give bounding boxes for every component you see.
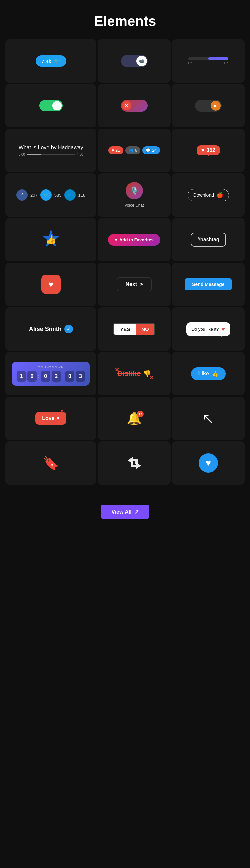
cell-cursor: ↖ <box>172 397 245 440</box>
countdown-label: COUNTDOWN <box>17 366 85 369</box>
heart-circle-button[interactable]: ♥ <box>199 453 218 473</box>
heart-stat[interactable]: ♥ 21 <box>108 146 123 154</box>
cell-heart-red: ♥ <box>5 263 96 306</box>
cell-voice-chat: 🎙️ Voice Chat <box>98 173 170 217</box>
video-toggle[interactable]: 📹 <box>121 55 148 67</box>
cell-yes-no: YES NO <box>98 307 170 351</box>
tg-count: 118 <box>78 193 86 198</box>
heart-red-button[interactable]: ♥ <box>41 275 61 294</box>
yes-no-toggle: YES NO <box>113 323 155 335</box>
love-label: Love <box>42 415 54 421</box>
add-favorites-button[interactable]: ♥ Add to Favorites <box>108 234 160 246</box>
cell-send-message: Send Message <box>172 263 245 306</box>
cell-social-stats: ♥ 21 👥 6 💬 24 <box>98 129 170 172</box>
countdown-digits: 1 0 : 0 2 : 0 3 <box>17 371 85 382</box>
cell-social-share: f 207 🐦 585 ✈ 118 <box>5 173 96 217</box>
verified-badge: ✓ <box>64 325 73 333</box>
download-label: Download <box>193 192 214 198</box>
song-progress: 0:00 4:30 <box>19 153 83 156</box>
retweet-icon[interactable] <box>126 456 143 470</box>
view-all-label: View All <box>111 509 131 515</box>
x-mark-top-left: ✕ <box>115 367 119 373</box>
play-toggle[interactable]: ▶ <box>195 100 222 112</box>
page-title: Elements <box>0 0 250 39</box>
like-count-badge[interactable]: ♥ 352 <box>197 145 220 155</box>
play-button-icon[interactable]: ▶ <box>211 101 221 111</box>
like-heart-icon: ♥ <box>201 147 205 153</box>
love-heart-icon: ♥ <box>57 415 60 421</box>
cell-hashtag: #hashtag <box>172 218 245 261</box>
like-label: Like <box>198 371 209 377</box>
social-stats: ♥ 21 👥 6 💬 24 <box>108 146 160 154</box>
x-mark-bottom-right: ✕ <box>149 374 154 381</box>
song-progress-fill <box>27 154 41 155</box>
do-you-like-tooltip: Do you like it? ♥ <box>186 322 230 336</box>
users-stat[interactable]: 👥 6 <box>125 146 140 154</box>
cell-countdown: COUNTDOWN 1 0 : 0 2 : 0 3 <box>5 352 96 395</box>
digit-4: 2 <box>52 371 61 382</box>
cell-bookmark: 🔖 <box>5 441 96 485</box>
bookmark-icon[interactable]: 🔖 <box>43 455 59 471</box>
chat-stat[interactable]: 💬 24 <box>142 146 160 154</box>
countdown-widget: COUNTDOWN 1 0 : 0 2 : 0 3 <box>12 362 90 386</box>
cell-song-info: What is Love by Haddaway 0:00 4:30 <box>5 129 96 172</box>
digit-5: 0 <box>65 371 74 382</box>
cell-heart-circle: ♥ <box>172 441 245 485</box>
heart-count: 21 <box>115 148 120 153</box>
cancel-x-button[interactable]: ✕ <box>122 101 131 110</box>
yes-button[interactable]: YES <box>114 324 136 335</box>
user-verified: Alise Smith ✓ <box>29 325 73 333</box>
green-toggle[interactable] <box>39 100 63 111</box>
cell-bell: 🔔 17 <box>98 397 170 440</box>
cell-add-favorites: ♥ Add to Favorites <box>98 218 170 261</box>
digit-1: 1 <box>17 371 26 382</box>
digit-2: 0 <box>27 371 37 382</box>
bell-notification[interactable]: 🔔 17 <box>127 411 142 425</box>
song-info: What is Love by Haddaway 0:00 4:30 <box>19 145 83 156</box>
users-icon: 👥 <box>129 148 134 153</box>
like-button[interactable]: Like 👍 <box>191 367 226 380</box>
telegram-button[interactable]: ✈ <box>64 189 76 201</box>
cell-download: Download 🍎 <box>172 173 245 217</box>
voice-chat: 🎙️ Voice Chat <box>124 182 144 208</box>
add-fav-label: Add to Favorites <box>119 237 154 242</box>
users-count: 6 <box>135 148 137 153</box>
cell-thumbs-badge: 👍 <box>5 218 96 261</box>
next-button[interactable]: Next > <box>117 277 151 291</box>
green-toggle-knob <box>52 101 62 110</box>
download-button[interactable]: Download 🍎 <box>188 189 229 202</box>
twitter-share-button[interactable]: 🐦 <box>40 189 52 201</box>
voice-chat-label: Voice Chat <box>124 203 144 208</box>
like-count-value: 352 <box>206 147 215 153</box>
send-message-button[interactable]: Send Message <box>185 278 232 290</box>
cancel-toggle[interactable]: ✕ <box>121 100 148 112</box>
no-button[interactable]: NO <box>136 324 154 335</box>
heart-icon: ♥ <box>112 148 114 153</box>
cell-like-count: ♥ 352 <box>172 129 245 172</box>
thumbs-up-icon: 👍 <box>40 228 62 251</box>
twitter-button[interactable]: 7.4k 🐦 <box>36 55 66 67</box>
dislike-button[interactable]: ✕ Dislike 👎 ✕ <box>117 369 151 378</box>
tooltip-heart-icon: ♥ <box>221 326 225 333</box>
slider-bar[interactable] <box>188 57 228 60</box>
next-chevron: > <box>140 281 143 287</box>
cell-love: ♥ Love ♥ <box>5 397 96 440</box>
hashtag-button[interactable]: #hashtag <box>191 232 226 247</box>
view-all-button[interactable]: View All ↗ <box>101 505 149 519</box>
microphone-button[interactable]: 🎙️ <box>126 182 143 199</box>
chat-icon: 💬 <box>146 148 151 153</box>
tw-count: 585 <box>54 193 62 198</box>
digit-6: 3 <box>76 371 85 382</box>
facebook-button[interactable]: f <box>16 189 28 201</box>
slider-label-on: On <box>224 61 228 65</box>
love-button[interactable]: ♥ Love ♥ <box>35 412 66 425</box>
song-title-rest: by Haddaway <box>51 145 83 150</box>
cell-next: Next > <box>98 263 170 306</box>
send-message-label: Send Message <box>192 282 224 287</box>
cell-do-you-like: Do you like it? ♥ <box>172 307 245 351</box>
fb-count: 207 <box>30 193 38 198</box>
cell-user-verified: Alise Smith ✓ <box>5 307 96 351</box>
heart-icon-red: ♥ <box>48 279 53 290</box>
song-bar[interactable] <box>27 154 75 155</box>
video-icon: 📹 <box>139 59 144 63</box>
